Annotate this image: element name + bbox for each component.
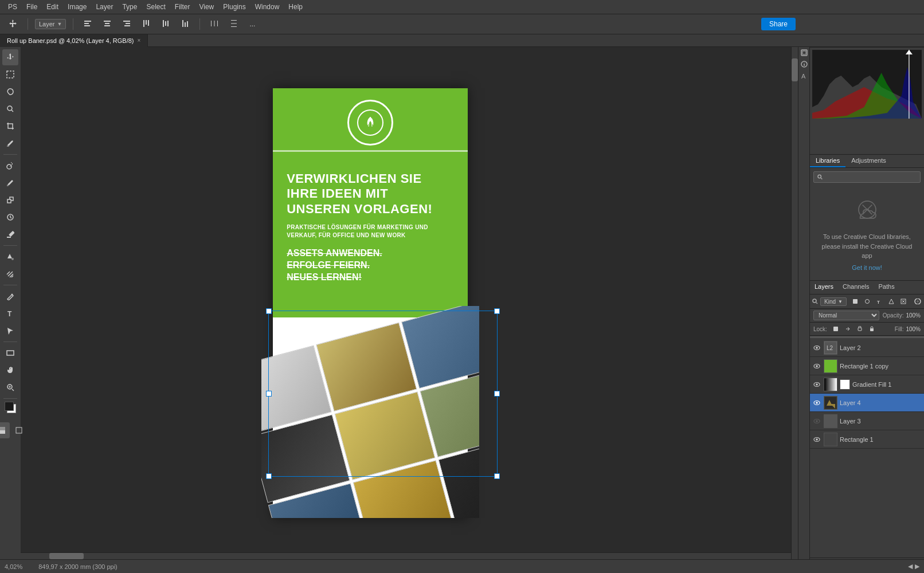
menu-type[interactable]: Type <box>119 2 140 12</box>
align-right-btn[interactable] <box>119 18 134 30</box>
filter-adjustment-btn[interactable] <box>862 296 872 307</box>
spot-healing-tool[interactable] <box>2 158 18 174</box>
svg-rect-62 <box>858 328 862 331</box>
screen-mode-btn[interactable] <box>11 422 27 438</box>
layer-eye-gradientfill1[interactable] <box>812 380 821 389</box>
align-center-btn[interactable] <box>100 18 115 30</box>
tab-close-btn[interactable]: × <box>138 37 141 44</box>
layer-item-layer2[interactable]: L2 Layer 2 <box>810 339 924 357</box>
canvas-area[interactable]: VERWIRKLICHEN SIE IHRE IDEEN MIT UNSEREN… <box>21 47 798 559</box>
layer-eye-rect1[interactable] <box>812 435 821 444</box>
menu-file[interactable]: File <box>23 2 41 12</box>
navigator-icon[interactable] <box>800 48 809 57</box>
path-selection-tool[interactable] <box>2 323 18 339</box>
layer-eye-layer4[interactable] <box>812 398 821 407</box>
rectangular-marquee-tool[interactable] <box>2 66 18 83</box>
horizontal-scrollbar[interactable] <box>21 552 791 559</box>
lock-position-btn[interactable] <box>843 324 853 334</box>
paths-tab[interactable]: Paths <box>874 281 899 294</box>
lock-all-btn[interactable] <box>867 324 877 334</box>
align-top-btn[interactable] <box>139 18 154 30</box>
fill-value[interactable]: 100% <box>906 326 921 332</box>
menu-help[interactable]: Help <box>285 2 306 12</box>
history-brush-tool[interactable] <box>2 209 18 225</box>
layer-item-gradientfill1[interactable]: Gradient Fill 1 <box>810 375 924 394</box>
layer-eye-layer2[interactable] <box>812 343 821 352</box>
menu-layer[interactable]: Layer <box>92 2 116 12</box>
zoom-tool[interactable] <box>2 379 18 395</box>
clone-stamp-tool[interactable] <box>2 192 18 208</box>
layer-item-layer4[interactable]: Layer 4 <box>810 394 924 412</box>
filter-shape-btn[interactable] <box>886 296 896 307</box>
opacity-row: Opacity: 100% <box>883 312 921 319</box>
crop-tool[interactable] <box>2 118 18 134</box>
adjustments-tab[interactable]: Adjustments <box>845 155 892 167</box>
layer-item-rect1[interactable]: Rectangle 1 <box>810 430 924 449</box>
menu-plugins[interactable]: Plugins <box>220 2 249 12</box>
channels-tab[interactable]: Channels <box>838 281 874 294</box>
handle-mr[interactable] <box>494 391 500 397</box>
svg-rect-18 <box>211 21 212 26</box>
eraser-tool[interactable] <box>2 226 18 242</box>
libraries-search[interactable] <box>813 171 921 183</box>
opacity-value[interactable]: 100% <box>906 312 921 319</box>
brush-tool[interactable] <box>2 175 18 191</box>
layer-item-rect1copy[interactable]: Rectangle 1 copy <box>810 357 924 375</box>
distribute-h-btn[interactable] <box>207 18 222 30</box>
menu-filter[interactable]: Filter <box>171 2 194 12</box>
blend-mode-select[interactable]: Normal <box>813 311 879 320</box>
pen-tool[interactable] <box>2 288 18 304</box>
quick-selection-tool[interactable] <box>2 101 18 117</box>
filter-smartobj-btn[interactable] <box>898 296 909 307</box>
get-it-now-link[interactable]: Get it now! <box>852 264 882 271</box>
move-tool-btn[interactable] <box>5 18 21 31</box>
menu-edit[interactable]: Edit <box>43 2 62 12</box>
layer-item-layer3[interactable]: Layer 3 <box>810 412 924 430</box>
paint-bucket-tool[interactable] <box>2 249 18 265</box>
filter-toggle[interactable] <box>914 296 922 307</box>
info-icon[interactable] <box>800 60 809 69</box>
eyedropper-tool[interactable] <box>2 135 18 151</box>
menu-window[interactable]: Window <box>252 2 283 12</box>
layer-eye-rect1copy[interactable] <box>812 362 821 371</box>
character-icon[interactable]: A <box>800 71 809 80</box>
svg-rect-14 <box>167 21 169 26</box>
filter-type-btn[interactable]: T <box>874 296 884 307</box>
lasso-tool[interactable] <box>2 84 18 100</box>
menu-view[interactable]: View <box>195 2 217 12</box>
menu-select[interactable]: Select <box>143 2 169 12</box>
hand-tool[interactable] <box>2 362 18 378</box>
distribute-v-btn[interactable] <box>226 18 241 30</box>
color-swatches[interactable] <box>2 402 18 418</box>
handle-br[interactable] <box>494 473 500 479</box>
align-vcenter-btn[interactable] <box>158 18 173 30</box>
status-arrow-right[interactable]: ▶ <box>915 563 919 570</box>
share-button[interactable]: Share <box>761 18 796 30</box>
vertical-scrollbar[interactable] <box>791 47 798 559</box>
libraries-tab[interactable]: Libraries <box>810 155 845 167</box>
align-left-btn[interactable] <box>80 18 95 30</box>
handle-tr[interactable] <box>494 308 500 314</box>
layer-dropdown[interactable]: Layer ▼ <box>35 19 66 29</box>
filter-pixel-btn[interactable] <box>850 296 860 307</box>
move-tool[interactable] <box>2 49 18 65</box>
layer-eye-layer3[interactable] <box>812 417 821 426</box>
lock-artboards-btn[interactable] <box>855 324 865 334</box>
filter-kind-dropdown[interactable]: Kind ▼ <box>820 297 847 306</box>
libraries-search-input[interactable] <box>825 174 917 180</box>
quick-mask-btn[interactable] <box>0 422 10 438</box>
menu-image[interactable]: Image <box>64 2 90 12</box>
blur-tool[interactable] <box>2 266 18 282</box>
more-btn[interactable]: ... <box>246 19 259 29</box>
tab-bar: Roll up Baner.psd @ 4,02% (Layer 4, RGB/… <box>0 34 924 47</box>
status-arrow-left[interactable]: ◀ <box>908 563 913 570</box>
rectangle-tool[interactable] <box>2 345 18 361</box>
layers-tab[interactable]: Layers <box>810 281 838 294</box>
align-bottom-btn[interactable] <box>178 18 193 30</box>
type-tool[interactable]: T <box>2 305 18 321</box>
tagline-line1: ASSETS ANWENDEN. <box>287 248 454 260</box>
lock-pixels-btn[interactable] <box>831 324 841 334</box>
menu-ps[interactable]: PS <box>5 2 21 12</box>
creative-cloud-logo-icon <box>853 198 882 226</box>
active-tab[interactable]: Roll up Baner.psd @ 4,02% (Layer 4, RGB/… <box>0 34 148 47</box>
